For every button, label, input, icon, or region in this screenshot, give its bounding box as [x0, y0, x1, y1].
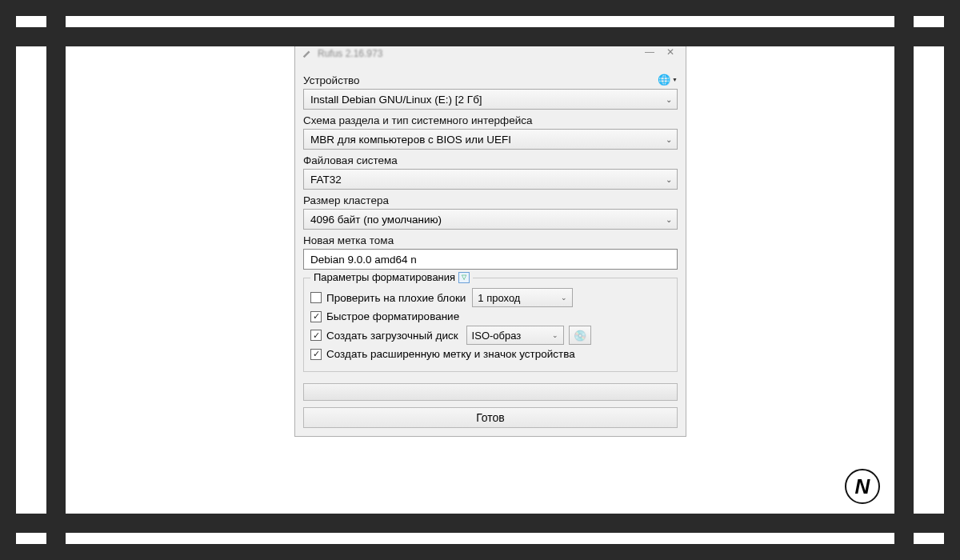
- watermark-letter: N: [855, 474, 870, 499]
- boot-type-dropdown[interactable]: ISO-образ ⌄: [466, 326, 564, 345]
- chevron-down-icon: ⌄: [666, 175, 672, 184]
- partition-label: Схема раздела и тип системного интерфейс…: [303, 114, 678, 126]
- partition-dropdown[interactable]: MBR для компьютеров с BIOS или UEFI ⌄: [303, 129, 678, 150]
- filesystem-label: Файловая система: [303, 154, 678, 166]
- client-area: Устройство 🌐▼ Install Debian GNU/Linux (…: [295, 65, 686, 436]
- minimize-button[interactable]: —: [641, 46, 658, 61]
- badblocks-checkbox[interactable]: [310, 292, 322, 303]
- app-icon: [302, 48, 313, 59]
- cluster-dropdown[interactable]: 4096 байт (по умолчанию) ⌄: [303, 209, 678, 230]
- format-options-group: Параметры форматирования ▽ Проверить на …: [303, 278, 678, 372]
- filesystem-dropdown[interactable]: FAT32 ⌄: [303, 169, 678, 190]
- disc-icon: 💿: [574, 330, 586, 342]
- status-text: Готов: [476, 411, 505, 424]
- close-button[interactable]: ✕: [662, 46, 679, 61]
- extended-label-text: Создать расширенную метку и значок устро…: [326, 348, 575, 360]
- format-options-legend: Параметры форматирования: [314, 271, 455, 283]
- watermark-badge: N: [845, 469, 880, 504]
- bootable-checkbox[interactable]: [310, 330, 322, 341]
- chevron-down-icon: ⌄: [561, 294, 567, 302]
- badblocks-passes-value: 1 проход: [478, 292, 520, 304]
- device-value: Install Debian GNU/Linux (E:) [2 Гб]: [310, 94, 482, 106]
- cluster-value: 4096 байт (по умолчанию): [310, 214, 442, 226]
- cluster-label: Размер кластера: [303, 194, 678, 206]
- rufus-window: Rufus 2.16.973 — ✕ Устройство 🌐▼ Install…: [294, 46, 686, 437]
- device-dropdown[interactable]: Install Debian GNU/Linux (E:) [2 Гб] ⌄: [303, 89, 678, 110]
- boot-type-value: ISO-образ: [472, 330, 522, 342]
- badblocks-label: Проверить на плохие блоки: [326, 292, 466, 304]
- chevron-down-icon: ⌄: [552, 331, 558, 339]
- online-options-button[interactable]: 🌐▼: [658, 72, 678, 86]
- chevron-down-icon: ▼: [672, 77, 678, 82]
- window-title: Rufus 2.16.973: [318, 48, 382, 59]
- quick-format-label: Быстрое форматирование: [326, 310, 459, 322]
- status-bar: Готов: [303, 407, 678, 428]
- progress-bar: [303, 383, 678, 401]
- title-bar: Rufus 2.16.973 — ✕: [295, 46, 686, 65]
- volume-input[interactable]: [303, 249, 678, 270]
- globe-icon: 🌐: [658, 74, 670, 86]
- disclose-toggle[interactable]: ▽: [458, 272, 470, 283]
- badblocks-passes-dropdown[interactable]: 1 проход ⌄: [472, 288, 573, 307]
- chevron-down-icon: ⌄: [666, 135, 672, 144]
- filesystem-value: FAT32: [310, 174, 342, 186]
- extended-label-checkbox[interactable]: [310, 349, 322, 360]
- bootable-label: Создать загрузочный диск: [326, 330, 458, 342]
- chevron-down-icon: ⌄: [666, 95, 672, 104]
- select-iso-button[interactable]: 💿: [569, 326, 591, 345]
- volume-label: Новая метка тома: [303, 234, 678, 246]
- partition-value: MBR для компьютеров с BIOS или UEFI: [310, 134, 511, 146]
- chevron-down-icon: ⌄: [666, 215, 672, 224]
- quick-format-checkbox[interactable]: [310, 311, 322, 322]
- device-label: Устройство: [303, 74, 653, 86]
